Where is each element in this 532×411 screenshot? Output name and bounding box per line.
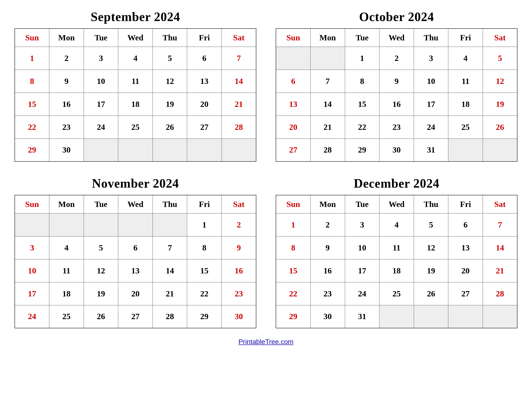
col-header-sun: Sun [276, 28, 311, 47]
day-cell: 17 [345, 259, 380, 282]
day-cell: 18 [380, 259, 414, 282]
day-cell: 17 [15, 282, 49, 305]
day-cell: 10 [345, 236, 380, 259]
day-cell: 24 [345, 282, 380, 305]
day-cell: 21 [311, 116, 345, 139]
day-cell: 28 [483, 282, 517, 305]
day-cell: 26 [152, 116, 187, 139]
col-header-mon: Mon [49, 195, 84, 213]
calendar-dec2024: December 2024SunMonTueWedThuFriSat123456… [276, 176, 517, 328]
day-cell: 20 [276, 116, 311, 139]
day-cell [276, 47, 311, 70]
day-cell: 9 [380, 70, 414, 93]
day-cell: 9 [49, 70, 84, 93]
day-cell: 3 [15, 236, 49, 259]
day-cell: 5 [414, 213, 448, 236]
col-header-sat: Sat [483, 195, 517, 213]
col-header-mon: Mon [311, 28, 345, 47]
day-cell: 29 [15, 139, 49, 161]
col-header-mon: Mon [311, 195, 345, 213]
day-cell: 10 [84, 70, 118, 93]
day-cell: 27 [276, 139, 311, 161]
day-cell: 9 [221, 236, 256, 259]
day-cell: 25 [118, 116, 153, 139]
col-header-thu: Thu [414, 195, 448, 213]
col-header-fri: Fri [187, 28, 222, 47]
day-cell: 7 [221, 47, 256, 70]
day-cell: 14 [152, 259, 187, 282]
day-cell: 3 [84, 47, 118, 70]
day-cell: 15 [15, 93, 49, 116]
day-cell: 22 [276, 282, 311, 305]
day-cell: 17 [84, 93, 118, 116]
day-cell: 14 [483, 236, 517, 259]
day-cell: 11 [380, 236, 414, 259]
day-cell: 18 [448, 93, 483, 116]
day-cell: 6 [118, 236, 153, 259]
day-cell: 21 [221, 93, 256, 116]
day-cell: 4 [380, 213, 414, 236]
day-cell: 20 [118, 282, 153, 305]
day-cell: 8 [187, 236, 222, 259]
day-cell [414, 305, 448, 328]
day-cell: 11 [118, 70, 153, 93]
day-cell [84, 213, 118, 236]
day-cell: 8 [15, 70, 49, 93]
day-cell: 26 [84, 305, 118, 328]
day-cell: 20 [187, 93, 222, 116]
day-cell: 15 [276, 259, 311, 282]
day-cell: 2 [221, 213, 256, 236]
day-cell: 30 [311, 305, 345, 328]
day-cell: 22 [15, 116, 49, 139]
day-cell: 24 [15, 305, 49, 328]
day-cell: 4 [118, 47, 153, 70]
calendar-oct2024: October 2024SunMonTueWedThuFriSat1234567… [276, 10, 517, 162]
calendar-title-dec2024: December 2024 [354, 176, 439, 190]
day-cell: 11 [49, 259, 84, 282]
footer-link[interactable]: PrintableTree.com [238, 338, 294, 346]
day-cell: 16 [380, 93, 414, 116]
day-cell: 7 [483, 213, 517, 236]
day-cell: 5 [152, 47, 187, 70]
col-header-thu: Thu [414, 28, 448, 47]
day-cell: 23 [49, 116, 84, 139]
day-cell: 27 [448, 282, 483, 305]
day-cell: 29 [187, 305, 222, 328]
col-header-sun: Sun [15, 195, 49, 213]
day-cell: 7 [311, 70, 345, 93]
col-header-sat: Sat [221, 195, 256, 213]
day-cell [483, 305, 517, 328]
day-cell [152, 213, 187, 236]
day-cell [152, 139, 187, 161]
calendar-title-nov2024: November 2024 [92, 176, 179, 190]
day-cell: 3 [345, 213, 380, 236]
day-cell: 25 [380, 282, 414, 305]
day-cell: 29 [345, 139, 380, 161]
day-cell: 30 [49, 139, 84, 161]
col-header-wed: Wed [118, 28, 153, 47]
calendar-table-nov2024: SunMonTueWedThuFriSat1234567891011121314… [15, 195, 256, 328]
day-cell: 6 [448, 213, 483, 236]
day-cell: 5 [84, 236, 118, 259]
day-cell: 8 [345, 70, 380, 93]
day-cell: 17 [414, 93, 448, 116]
day-cell: 18 [118, 93, 153, 116]
day-cell: 28 [152, 305, 187, 328]
day-cell: 23 [311, 282, 345, 305]
col-header-fri: Fri [187, 195, 222, 213]
day-cell: 10 [414, 70, 448, 93]
day-cell: 27 [118, 305, 153, 328]
day-cell: 13 [187, 70, 222, 93]
col-header-sat: Sat [221, 28, 256, 47]
day-cell: 21 [483, 259, 517, 282]
day-cell [448, 139, 483, 161]
day-cell: 10 [15, 259, 49, 282]
day-cell: 12 [84, 259, 118, 282]
day-cell: 5 [483, 47, 517, 70]
col-header-sat: Sat [483, 28, 517, 47]
day-cell [118, 213, 153, 236]
day-cell: 13 [118, 259, 153, 282]
day-cell [221, 139, 256, 161]
day-cell: 20 [448, 259, 483, 282]
day-cell: 19 [483, 93, 517, 116]
